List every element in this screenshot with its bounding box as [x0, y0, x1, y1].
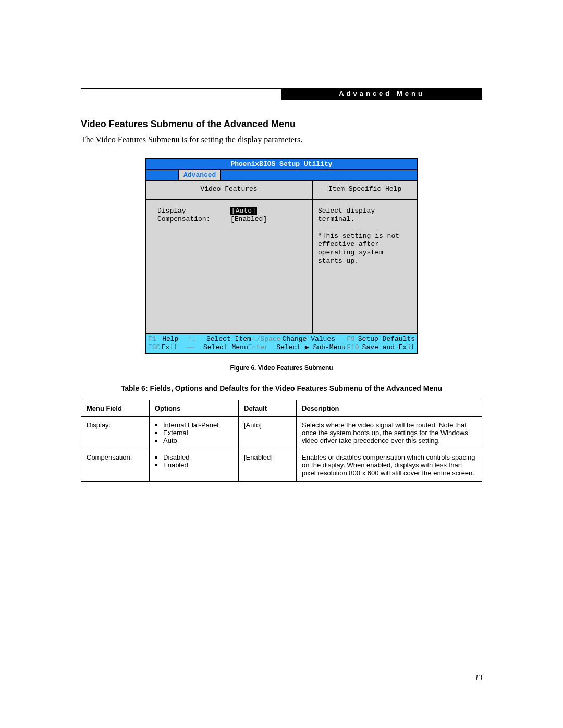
list-item: Internal Flat-Panel [163, 421, 233, 429]
bios-menubar: Advanced [146, 170, 417, 181]
document-page: Advanced Menu Video Features Submenu of … [0, 0, 563, 728]
help-line: *This setting is not [318, 232, 412, 240]
key-esc: ESC [148, 343, 162, 352]
action-help: Help [162, 335, 188, 343]
help-line: effective after [318, 240, 412, 249]
bios-right-panel: Item Specific Help Select display termin… [313, 181, 417, 333]
bios-screenshot: PhoenixBIOS Setup Utility Advanced Video… [145, 158, 418, 354]
action-select-item: Select Item [206, 335, 252, 343]
help-line: starts up. [318, 257, 412, 265]
th-default: Default [239, 400, 297, 417]
intro-paragraph: The Video Features Submenu is for settin… [81, 135, 482, 144]
help-line: Select display terminal. [318, 207, 412, 224]
cell-field: Compensation: [81, 449, 150, 482]
page-header-bar: Advanced Menu [282, 88, 482, 100]
cell-options: Disabled Enabled [150, 449, 239, 482]
cell-desc: Enables or disables compensation which c… [297, 449, 482, 482]
list-item: Enabled [163, 461, 233, 469]
action-submenu: Select ▶ Sub-Menu [276, 343, 346, 352]
key-arrows-h: ←→ [186, 343, 203, 352]
key-f9: F9 [341, 335, 358, 343]
list-item: Disabled [163, 453, 233, 461]
list-item: External [163, 429, 233, 437]
help-line: operating system [318, 249, 412, 257]
key-enter: Enter [248, 343, 276, 352]
figure-caption: Figure 6. Video Features Submenu [81, 364, 482, 372]
bios-right-header: Item Specific Help [313, 181, 417, 200]
key-space: -/Space [252, 335, 283, 343]
th-options: Options [150, 400, 239, 417]
cell-default: [Auto] [239, 417, 297, 449]
spacer [318, 224, 412, 232]
table-title: Table 6: Fields, Options and Defaults fo… [81, 384, 482, 392]
table-header-row: Menu Field Options Default Description [81, 400, 482, 417]
cell-default: [Enabled] [239, 449, 297, 482]
bios-footer: F1 Help ↑↓ Select Item -/Space Change Va… [146, 333, 417, 353]
bios-left-panel: Video Features Display [Auto] Compensati… [146, 181, 313, 333]
key-f1: F1 [148, 335, 162, 343]
bios-help-text: Select display terminal. *This setting i… [313, 200, 417, 333]
bios-left-content: Display [Auto] Compensation: [Enabled] [146, 200, 312, 333]
bios-field-display[interactable]: Display [Auto] [157, 207, 312, 215]
action-select-menu: Select Menu [203, 343, 248, 352]
action-exit: Exit [162, 343, 186, 352]
spec-table: Menu Field Options Default Description D… [81, 400, 482, 482]
bios-body: Video Features Display [Auto] Compensati… [146, 181, 417, 333]
table-row: Display: Internal Flat-Panel External Au… [81, 417, 482, 449]
action-setup-defaults: Setup Defaults [358, 335, 415, 343]
cell-options: Internal Flat-Panel External Auto [150, 417, 239, 449]
th-desc: Description [297, 400, 482, 417]
bios-left-header: Video Features [146, 181, 312, 200]
bios-display-label: Display [157, 207, 230, 215]
list-item: Auto [163, 437, 233, 445]
bios-field-compensation[interactable]: Compensation: [Enabled] [157, 215, 312, 224]
action-change-values: Change Values [283, 335, 341, 343]
bios-footer-row-1: F1 Help ↑↓ Select Item -/Space Change Va… [148, 335, 415, 343]
table-row: Compensation: Disabled Enabled [Enabled]… [81, 449, 482, 482]
bios-tab-advanced[interactable]: Advanced [178, 170, 221, 180]
cell-field: Display: [81, 417, 150, 449]
bios-title: PhoenixBIOS Setup Utility [146, 159, 417, 170]
bios-comp-label: Compensation: [157, 215, 230, 224]
page-number: 13 [475, 674, 482, 682]
action-save-exit: Save and Exit [362, 343, 415, 352]
cell-desc: Selects where the video signal will be r… [297, 417, 482, 449]
th-field: Menu Field [81, 400, 150, 417]
key-f10: F10 [346, 343, 362, 352]
bios-footer-row-2: ESC Exit ←→ Select Menu Enter Select ▶ S… [148, 343, 415, 352]
section-heading: Video Features Submenu of the Advanced M… [81, 119, 482, 130]
bios-display-value[interactable]: [Auto] [230, 207, 257, 215]
bios-comp-value[interactable]: [Enabled] [230, 215, 267, 224]
key-arrows-v: ↑↓ [188, 335, 206, 343]
